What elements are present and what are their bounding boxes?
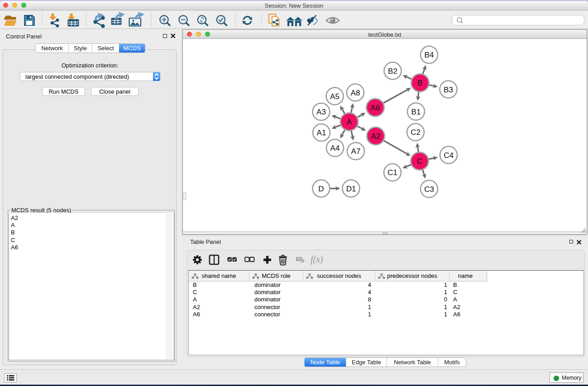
svg-text:A1: A1 <box>317 129 326 137</box>
svg-text:A7: A7 <box>351 147 361 156</box>
svg-text:A2: A2 <box>371 132 381 141</box>
svg-text:D: D <box>318 185 324 193</box>
svg-text:C4: C4 <box>444 151 454 160</box>
svg-text:A: A <box>347 118 352 126</box>
svg-text:A6: A6 <box>371 104 380 112</box>
svg-text:B4: B4 <box>425 51 434 59</box>
svg-text:B: B <box>417 79 422 87</box>
svg-text:f(x): f(x) <box>311 254 323 265</box>
svg-text:A8: A8 <box>351 89 360 97</box>
svg-text:C2: C2 <box>411 128 421 137</box>
svg-text:C: C <box>417 157 422 166</box>
svg-text:D1: D1 <box>346 185 356 193</box>
svg-text:B2: B2 <box>388 67 397 76</box>
svg-text:B1: B1 <box>411 108 421 116</box>
svg-text:B3: B3 <box>444 86 453 94</box>
svg-text:C3: C3 <box>424 185 434 194</box>
svg-text:A4: A4 <box>330 144 340 152</box>
svg-text:A3: A3 <box>316 108 326 116</box>
svg-text:A5: A5 <box>330 92 339 101</box>
svg-text:C1: C1 <box>387 168 397 177</box>
